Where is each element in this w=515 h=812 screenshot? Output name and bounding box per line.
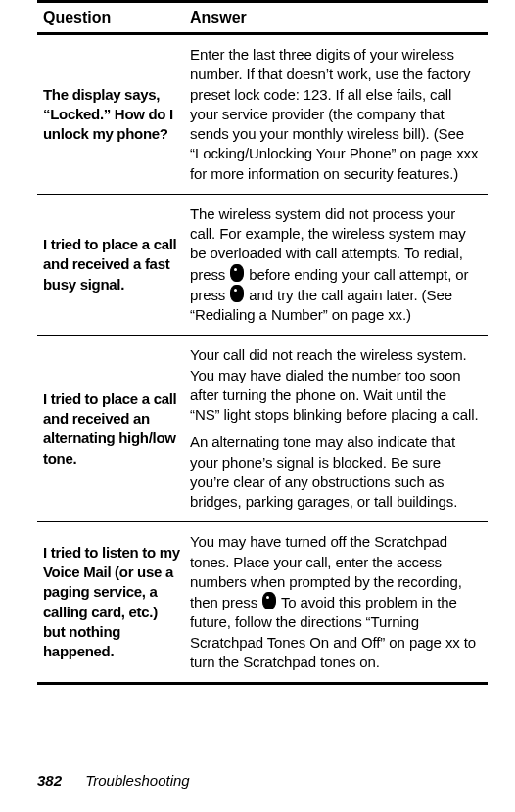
page-number: 382 [37, 772, 62, 789]
answer-cell: You may have turned off the Scratchpad t… [184, 522, 488, 684]
page-root: Question Answer The display says, “Locke… [0, 0, 515, 812]
phone-key-icon [230, 285, 244, 302]
header-answer: Answer [184, 2, 488, 34]
answer-cell: Your call did not reach the wireless sys… [184, 336, 488, 522]
question-cell: I tried to place a call and received an … [37, 336, 184, 522]
phone-key-icon [262, 592, 276, 609]
answer-paragraph: An alternating tone may also indicate th… [190, 432, 480, 512]
table-row: The display says, “Locked.” How do I unl… [37, 34, 488, 195]
answer-paragraph: Your call did not reach the wireless sys… [190, 345, 480, 425]
question-cell: I tried to place a call and received a f… [37, 194, 184, 336]
table-header-row: Question Answer [37, 2, 488, 34]
answer-cell: The wireless system did not process your… [184, 194, 488, 336]
table-row: I tried to listen to my Voice Mail (or u… [37, 522, 488, 684]
table-row: I tried to place a call and received an … [37, 336, 488, 522]
qa-table: Question Answer The display says, “Locke… [37, 0, 488, 685]
answer-cell: Enter the last three digits of your wire… [184, 34, 488, 195]
page-footer: 382 Troubleshooting [37, 772, 190, 789]
question-cell: I tried to listen to my Voice Mail (or u… [37, 522, 184, 684]
table-row: I tried to place a call and received a f… [37, 194, 488, 336]
question-cell: The display says, “Locked.” How do I unl… [37, 34, 184, 195]
header-question: Question [37, 2, 184, 34]
phone-key-icon [230, 264, 244, 282]
section-title: Troubleshooting [85, 772, 189, 789]
